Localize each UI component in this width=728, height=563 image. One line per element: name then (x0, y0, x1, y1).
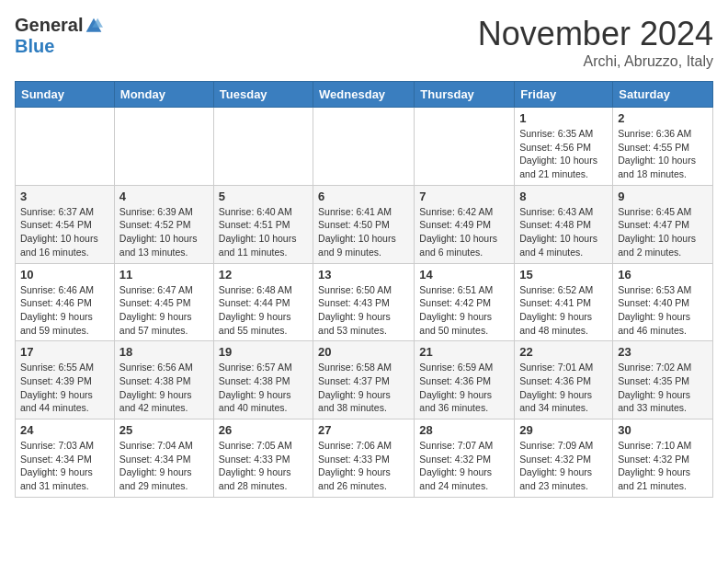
day-info: Sunrise: 6:37 AM Sunset: 4:54 PM Dayligh… (20, 205, 109, 259)
calendar-cell: 3Sunrise: 6:37 AM Sunset: 4:54 PM Daylig… (16, 185, 115, 263)
calendar-cell: 5Sunrise: 6:40 AM Sunset: 4:51 PM Daylig… (213, 185, 313, 263)
day-number: 3 (20, 190, 109, 203)
day-number: 27 (318, 423, 409, 437)
day-info: Sunrise: 6:39 AM Sunset: 4:52 PM Dayligh… (119, 205, 209, 259)
day-number: 5 (219, 190, 308, 203)
calendar-cell: 7Sunrise: 6:42 AM Sunset: 4:49 PM Daylig… (415, 185, 515, 263)
day-info: Sunrise: 6:48 AM Sunset: 4:44 PM Dayligh… (219, 283, 308, 338)
day-number: 25 (119, 423, 209, 437)
calendar-week-row: 10Sunrise: 6:46 AM Sunset: 4:46 PM Dayli… (16, 263, 713, 341)
calendar-cell: 18Sunrise: 6:56 AM Sunset: 4:38 PM Dayli… (114, 341, 213, 419)
day-number: 9 (618, 190, 708, 203)
day-info: Sunrise: 6:45 AM Sunset: 4:47 PM Dayligh… (618, 205, 708, 259)
calendar-cell: 14Sunrise: 6:51 AM Sunset: 4:42 PM Dayli… (415, 263, 515, 341)
day-number: 19 (219, 345, 308, 359)
weekday-header-monday: Monday (114, 82, 213, 108)
calendar-week-row: 1Sunrise: 6:35 AM Sunset: 4:56 PM Daylig… (16, 108, 713, 186)
day-number: 23 (618, 345, 708, 359)
weekday-header-thursday: Thursday (415, 82, 515, 108)
weekday-header-sunday: Sunday (16, 82, 115, 108)
calendar-cell: 15Sunrise: 6:52 AM Sunset: 4:41 PM Dayli… (515, 263, 613, 341)
weekday-header-tuesday: Tuesday (213, 82, 313, 108)
day-number: 26 (219, 423, 308, 437)
calendar-week-row: 24Sunrise: 7:03 AM Sunset: 4:34 PM Dayli… (16, 419, 713, 498)
logo-icon (85, 17, 103, 35)
day-info: Sunrise: 7:04 AM Sunset: 4:34 PM Dayligh… (119, 439, 209, 493)
calendar-cell: 20Sunrise: 6:58 AM Sunset: 4:37 PM Dayli… (313, 341, 415, 419)
day-number: 10 (20, 268, 109, 282)
day-info: Sunrise: 7:10 AM Sunset: 4:32 PM Dayligh… (618, 439, 708, 493)
month-title: November 2024 (478, 15, 713, 53)
calendar-cell: 9Sunrise: 6:45 AM Sunset: 4:47 PM Daylig… (613, 185, 713, 263)
calendar-cell: 4Sunrise: 6:39 AM Sunset: 4:52 PM Daylig… (114, 185, 213, 263)
day-number: 8 (519, 190, 608, 203)
day-number: 24 (20, 423, 109, 437)
day-info: Sunrise: 6:53 AM Sunset: 4:40 PM Dayligh… (618, 283, 708, 338)
calendar-cell: 11Sunrise: 6:47 AM Sunset: 4:45 PM Dayli… (114, 263, 213, 341)
calendar-cell (114, 108, 213, 186)
calendar-cell: 27Sunrise: 7:06 AM Sunset: 4:33 PM Dayli… (313, 419, 415, 498)
day-info: Sunrise: 6:46 AM Sunset: 4:46 PM Dayligh… (20, 283, 109, 338)
day-info: Sunrise: 7:05 AM Sunset: 4:33 PM Dayligh… (219, 439, 308, 493)
day-info: Sunrise: 6:43 AM Sunset: 4:48 PM Dayligh… (519, 205, 608, 259)
day-number: 15 (519, 268, 608, 282)
day-info: Sunrise: 6:58 AM Sunset: 4:37 PM Dayligh… (318, 361, 409, 415)
day-info: Sunrise: 6:57 AM Sunset: 4:38 PM Dayligh… (219, 361, 308, 415)
day-number: 22 (519, 345, 608, 359)
calendar-cell: 30Sunrise: 7:10 AM Sunset: 4:32 PM Dayli… (613, 419, 713, 498)
calendar-week-row: 17Sunrise: 6:55 AM Sunset: 4:39 PM Dayli… (16, 341, 713, 419)
day-info: Sunrise: 6:42 AM Sunset: 4:49 PM Dayligh… (419, 205, 509, 259)
day-info: Sunrise: 7:09 AM Sunset: 4:32 PM Dayligh… (519, 439, 608, 493)
day-number: 17 (20, 345, 109, 359)
day-number: 7 (419, 190, 509, 203)
title-section: November 2024 Archi, Abruzzo, Italy (478, 15, 713, 70)
calendar-cell: 26Sunrise: 7:05 AM Sunset: 4:33 PM Dayli… (213, 419, 313, 498)
day-number: 6 (318, 190, 409, 203)
calendar-week-row: 3Sunrise: 6:37 AM Sunset: 4:54 PM Daylig… (16, 185, 713, 263)
logo: General Blue (15, 15, 103, 57)
calendar-cell: 13Sunrise: 6:50 AM Sunset: 4:43 PM Dayli… (313, 263, 415, 341)
page-header: General Blue November 2024 Archi, Abruzz… (15, 15, 713, 70)
day-number: 28 (419, 423, 509, 437)
day-info: Sunrise: 7:03 AM Sunset: 4:34 PM Dayligh… (20, 439, 109, 493)
day-info: Sunrise: 6:36 AM Sunset: 4:55 PM Dayligh… (618, 127, 708, 181)
weekday-header-friday: Friday (515, 82, 613, 108)
day-info: Sunrise: 6:59 AM Sunset: 4:36 PM Dayligh… (419, 361, 509, 415)
calendar-cell: 10Sunrise: 6:46 AM Sunset: 4:46 PM Dayli… (16, 263, 115, 341)
calendar-cell: 12Sunrise: 6:48 AM Sunset: 4:44 PM Dayli… (213, 263, 313, 341)
calendar-cell: 19Sunrise: 6:57 AM Sunset: 4:38 PM Dayli… (213, 341, 313, 419)
calendar-cell: 17Sunrise: 6:55 AM Sunset: 4:39 PM Dayli… (16, 341, 115, 419)
calendar-cell (415, 108, 515, 186)
calendar-cell: 29Sunrise: 7:09 AM Sunset: 4:32 PM Dayli… (515, 419, 613, 498)
calendar-table: SundayMondayTuesdayWednesdayThursdayFrid… (15, 81, 713, 498)
day-number: 1 (519, 111, 608, 125)
day-info: Sunrise: 6:47 AM Sunset: 4:45 PM Dayligh… (119, 283, 209, 338)
calendar-cell: 2Sunrise: 6:36 AM Sunset: 4:55 PM Daylig… (613, 108, 713, 186)
day-info: Sunrise: 6:35 AM Sunset: 4:56 PM Dayligh… (519, 127, 608, 181)
day-info: Sunrise: 6:40 AM Sunset: 4:51 PM Dayligh… (219, 205, 308, 259)
location: Archi, Abruzzo, Italy (478, 53, 713, 70)
calendar-cell: 24Sunrise: 7:03 AM Sunset: 4:34 PM Dayli… (16, 419, 115, 498)
day-number: 13 (318, 268, 409, 282)
day-info: Sunrise: 7:01 AM Sunset: 4:36 PM Dayligh… (519, 361, 608, 415)
day-info: Sunrise: 6:55 AM Sunset: 4:39 PM Dayligh… (20, 361, 109, 415)
day-number: 2 (618, 111, 708, 125)
calendar-header-row: SundayMondayTuesdayWednesdayThursdayFrid… (16, 82, 713, 108)
calendar-cell: 16Sunrise: 6:53 AM Sunset: 4:40 PM Dayli… (613, 263, 713, 341)
day-number: 21 (419, 345, 509, 359)
calendar-cell: 23Sunrise: 7:02 AM Sunset: 4:35 PM Dayli… (613, 341, 713, 419)
day-number: 11 (119, 268, 209, 282)
day-number: 16 (618, 268, 708, 282)
calendar-cell: 21Sunrise: 6:59 AM Sunset: 4:36 PM Dayli… (415, 341, 515, 419)
day-info: Sunrise: 6:41 AM Sunset: 4:50 PM Dayligh… (318, 205, 409, 259)
day-number: 20 (318, 345, 409, 359)
day-number: 18 (119, 345, 209, 359)
day-info: Sunrise: 6:50 AM Sunset: 4:43 PM Dayligh… (318, 283, 409, 338)
calendar-cell (16, 108, 115, 186)
calendar-cell (213, 108, 313, 186)
calendar-cell: 8Sunrise: 6:43 AM Sunset: 4:48 PM Daylig… (515, 185, 613, 263)
day-info: Sunrise: 6:56 AM Sunset: 4:38 PM Dayligh… (119, 361, 209, 415)
day-info: Sunrise: 6:51 AM Sunset: 4:42 PM Dayligh… (419, 283, 509, 338)
day-info: Sunrise: 7:07 AM Sunset: 4:32 PM Dayligh… (419, 439, 509, 493)
calendar-cell: 22Sunrise: 7:01 AM Sunset: 4:36 PM Dayli… (515, 341, 613, 419)
